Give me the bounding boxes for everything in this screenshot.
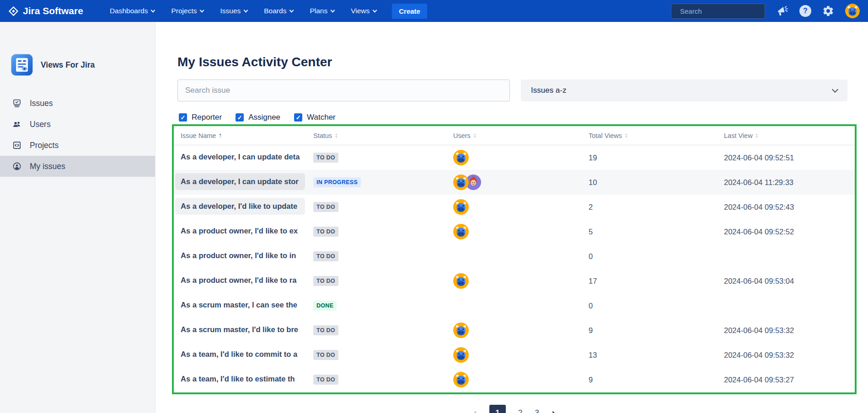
page-3-button[interactable]: 3	[535, 408, 539, 413]
table-row[interactable]: As a product owner, I'd like to in TO DO…	[174, 244, 855, 269]
next-page-icon[interactable]: ›	[552, 407, 556, 413]
issue-name[interactable]: As a team, I'd like to commit to a	[175, 346, 305, 363]
total-views: 0	[582, 252, 717, 261]
bull-avatar[interactable]	[453, 323, 469, 338]
app-title: Views For Jira	[41, 60, 95, 70]
bull-avatar[interactable]	[453, 273, 469, 289]
filter-label: Watcher	[307, 113, 336, 122]
table-row[interactable]: As a scrum master, I can see the DONE 0	[174, 293, 855, 318]
last-view: 2024-06-04 09:52:43	[717, 203, 855, 212]
megaphone-icon[interactable]	[776, 5, 788, 17]
bull-avatar[interactable]	[453, 199, 469, 215]
users-cell	[446, 175, 582, 190]
sidebar-item-users[interactable]: Users	[0, 114, 155, 135]
table-row[interactable]: As a developer, I can update stor IN PRO…	[174, 170, 855, 195]
total-views: 9	[582, 376, 717, 384]
sort-icon: ▲▼	[473, 133, 476, 138]
column-header-status[interactable]: Status ▲▼	[306, 132, 446, 139]
global-search[interactable]	[671, 4, 765, 19]
create-button[interactable]: Create	[392, 4, 427, 19]
previous-page-icon[interactable]: ‹	[473, 407, 477, 413]
status-badge: IN PROGRESS	[313, 177, 361, 187]
projects-icon	[12, 141, 21, 150]
sidebar-nav: Issues Users Projects My issues	[0, 93, 155, 177]
issue-name[interactable]: As a team, I'd like to estimate th	[175, 371, 305, 387]
sidebar-item-projects[interactable]: Projects	[0, 135, 155, 156]
menu-projects[interactable]: Projects	[171, 7, 204, 15]
chevron-down-icon	[244, 8, 248, 12]
total-views: 19	[582, 154, 717, 162]
sidebar-item-my-issues[interactable]: My issues	[0, 156, 155, 177]
checkbox-checked-icon[interactable]: ✓	[236, 113, 244, 122]
total-views: 5	[582, 228, 717, 236]
issue-name[interactable]: As a product owner, I'd like to ra	[175, 272, 305, 289]
status-badge: TO DO	[313, 251, 338, 261]
chevron-down-icon	[331, 8, 335, 12]
status-badge: TO DO	[313, 202, 338, 212]
jira-logo[interactable]: Jira Software	[8, 5, 83, 16]
menu-boards[interactable]: Boards	[264, 7, 293, 15]
table-row[interactable]: As a team, I'd like to commit to a TO DO…	[174, 343, 855, 367]
table-row[interactable]: As a scrum master, I'd like to bre TO DO…	[174, 318, 855, 343]
last-view: 2024-06-04 09:53:04	[717, 277, 855, 286]
views-for-jira-app-icon	[11, 54, 33, 76]
column-header-last-view[interactable]: Last View ▲▼	[717, 132, 855, 139]
table-row[interactable]: As a developer, I can update deta TO DO …	[174, 145, 855, 170]
issue-name[interactable]: As a developer, I can update stor	[175, 173, 305, 190]
bull-avatar[interactable]	[453, 175, 469, 190]
menu-plans[interactable]: Plans	[310, 7, 334, 15]
column-header-total-views[interactable]: Total Views ▲▼	[582, 132, 717, 139]
gear-icon[interactable]	[822, 5, 834, 17]
users-cell	[446, 150, 582, 165]
issue-name[interactable]: As a scrum master, I can see the	[175, 297, 305, 313]
page-2-button[interactable]: 2	[518, 408, 522, 413]
table-row[interactable]: As a product owner, I'd like to ex TO DO…	[174, 219, 855, 244]
issue-name[interactable]: As a scrum master, I'd like to bre	[175, 321, 305, 338]
status-badge: TO DO	[313, 276, 338, 286]
column-header-users[interactable]: Users ▲▼	[446, 132, 582, 139]
checkbox-checked-icon[interactable]: ✓	[294, 113, 302, 122]
total-views: 17	[582, 277, 717, 286]
sidebar-item-label: Projects	[30, 141, 59, 150]
menu-views[interactable]: Views	[351, 7, 376, 15]
last-view: 2024-06-04 11:29:33	[717, 178, 855, 187]
column-header-issue-name[interactable]: Issue Name ▲▼	[174, 132, 306, 139]
table-row[interactable]: As a product owner, I'd like to ra TO DO…	[174, 269, 855, 293]
table-header: Issue Name ▲▼ Status ▲▼ Users ▲▼ Total V…	[174, 126, 855, 145]
issue-name[interactable]: As a product owner, I'd like to in	[175, 247, 305, 264]
filter-reporter: ✓ Reporter	[179, 113, 222, 122]
status-badge: TO DO	[313, 375, 338, 385]
bull-avatar[interactable]	[453, 372, 469, 387]
table-row[interactable]: As a team, I'd like to estimate th TO DO…	[174, 367, 855, 392]
checkbox-checked-icon[interactable]: ✓	[179, 113, 187, 122]
issue-search-input[interactable]	[177, 79, 510, 101]
chevron-down-icon	[373, 8, 377, 12]
bull-avatar[interactable]	[453, 150, 469, 165]
page-1-button[interactable]: 1	[489, 405, 506, 413]
issue-name[interactable]: As a developer, I can update deta	[175, 148, 305, 165]
bull-avatar[interactable]	[453, 224, 469, 239]
menu-dashboards[interactable]: Dashboards	[110, 7, 155, 15]
logo-text: Jira Software	[23, 5, 83, 16]
help-glyph: ?	[803, 7, 808, 15]
bull-avatar[interactable]	[453, 347, 469, 363]
status-badge: TO DO	[313, 350, 338, 360]
total-views: 2	[582, 203, 717, 212]
status-badge: TO DO	[313, 227, 338, 237]
help-icon[interactable]: ?	[799, 5, 811, 17]
issue-name[interactable]: As a product owner, I'd like to ex	[175, 222, 305, 239]
sidebar-item-issues[interactable]: Issues	[0, 93, 155, 114]
issue-name[interactable]: As a developer, I'd like to update	[175, 198, 305, 215]
jira-diamond-icon	[8, 6, 19, 16]
menu-issues[interactable]: Issues	[220, 7, 247, 15]
table-row[interactable]: As a developer, I'd like to update TO DO…	[174, 195, 855, 219]
sort-icon: ▲▼	[625, 133, 627, 138]
issues-icon	[12, 99, 21, 108]
global-search-input[interactable]	[680, 7, 771, 15]
chevron-down-icon	[832, 86, 838, 92]
last-view: 2024-06-04 09:52:52	[717, 228, 855, 236]
user-avatar[interactable]	[845, 4, 860, 18]
sort-dropdown[interactable]: Issues a-z	[521, 79, 847, 101]
users-cell	[446, 199, 582, 215]
users-cell	[446, 372, 582, 387]
